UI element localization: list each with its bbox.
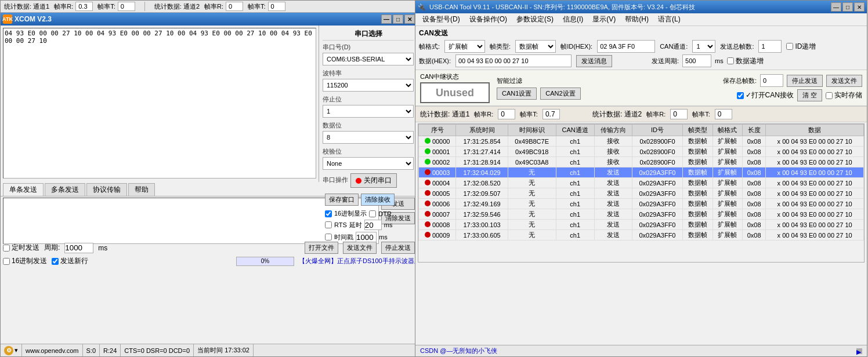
menu-params[interactable]: 参数设定(S) — [512, 13, 558, 26]
menu-device-op[interactable]: 设备操作(O) — [465, 13, 512, 26]
menu-device-type[interactable]: 设备型号(D) — [418, 13, 465, 26]
tab-help[interactable]: 帮助 — [128, 183, 155, 196]
hex-display-checkbox[interactable] — [325, 210, 332, 217]
can2-settings-btn[interactable]: CAN2设置 — [540, 88, 580, 100]
cell-data: x 00 04 93 E0 00 00 27 10 — [766, 178, 864, 188]
serial-check-label: 校验位 — [323, 147, 414, 156]
serial-baud-select[interactable]: 115200 — [323, 79, 414, 92]
menu-info[interactable]: 信息(I) — [558, 13, 588, 26]
menu-help[interactable]: 帮助(H) — [620, 13, 653, 26]
menu-language[interactable]: 语言(L) — [653, 13, 685, 26]
tab-multi-send[interactable]: 多条发送 — [45, 183, 85, 196]
menu-display[interactable]: 显示(V) — [588, 13, 620, 26]
usbcan-maximize-btn[interactable]: □ — [842, 2, 853, 12]
serial-clear-btn[interactable]: 清除接收 — [361, 194, 395, 206]
tab-single-send[interactable]: 单条发送 — [3, 183, 44, 196]
cell-time-id: 无 — [508, 178, 556, 188]
cell-data: x 00 04 93 E0 00 00 27 10 — [766, 199, 864, 209]
table-row[interactable]: 00006 17:32:49.169 无 ch1 发送 0x029A3FF0 数… — [419, 199, 864, 209]
xcom-maximize-btn[interactable]: □ — [393, 14, 403, 24]
delay-input[interactable] — [364, 220, 382, 230]
timestamp-ms: ms — [379, 234, 388, 241]
send-file-btn2[interactable]: 发送文件 — [826, 75, 862, 87]
save-total-input[interactable] — [760, 74, 783, 87]
table-row[interactable]: 00004 17:32:08.520 无 ch1 发送 0x029A3FF0 数… — [419, 178, 864, 188]
footer-text: CSDN @—无所知的小飞侠 — [420, 347, 497, 355]
open-can-receive-checkbox[interactable] — [737, 92, 744, 99]
send-period-label: 发送周期: — [652, 57, 679, 65]
cell-channel: ch1 — [556, 157, 594, 167]
table-row[interactable]: 00001 17:31:27.414 0x49BC918 ch1 接收 0x02… — [419, 147, 864, 157]
send-ms-label: ms — [715, 57, 724, 64]
can1-settings-btn[interactable]: CAN1设置 — [497, 88, 537, 100]
xcom-log-area: 04 93 E0 00 00 27 10 00 04 93 E0 00 00 2… — [3, 28, 316, 178]
filter-settings-block: 智能过滤 CAN1设置 CAN2设置 — [497, 76, 581, 100]
save-total-row: 保存总帧数: 停止发送 发送文件 — [723, 74, 862, 87]
serial-data-select[interactable]: 8 — [323, 131, 414, 144]
data-label: 数据(HEX): — [419, 57, 451, 65]
scroll-right-btn[interactable]: ▶ — [856, 348, 862, 354]
channel-select[interactable]: 1 — [692, 40, 715, 53]
clear-btn[interactable]: 清 空 — [797, 89, 822, 101]
xcom-minimize-btn[interactable]: — — [381, 14, 392, 24]
period-label: 周期: — [44, 243, 60, 253]
cell-length: 0x08 — [743, 188, 766, 199]
can-stats1-fr-label: 帧率R: — [474, 110, 493, 119]
xcom-stats2-ft-value: 0 — [268, 2, 285, 11]
timestamp-checkbox[interactable] — [325, 234, 332, 241]
realtime-save-checkbox[interactable] — [826, 92, 833, 99]
hex-send-label: 16进制发送 — [12, 256, 47, 266]
timer-send-checkbox[interactable] — [3, 245, 10, 252]
send-newline-checkbox[interactable] — [52, 258, 59, 265]
table-row[interactable]: 00000 17:31:25.854 0x49B8C7E ch1 接收 0x02… — [419, 136, 864, 147]
timestamp-input[interactable] — [356, 232, 377, 242]
send-msg-btn[interactable]: 发送消息 — [576, 55, 612, 67]
intelligent-filter-label: 智能过滤 — [497, 76, 581, 85]
cell-id: 0x029A3FF0 — [632, 230, 683, 241]
table-row[interactable]: 00005 17:32:09.507 无 ch1 发送 0x029A3FF0 数… — [419, 188, 864, 199]
send-newline-item: 发送新行 — [52, 256, 88, 266]
stop-send-btn2[interactable]: 停止发送 — [787, 75, 823, 87]
send-period-input[interactable] — [682, 54, 711, 67]
xcom-close-btn[interactable]: ✕ — [404, 14, 415, 24]
table-row[interactable]: 00009 17:33:00.605 无 ch1 发送 0x029A3FF0 数… — [419, 230, 864, 241]
period-input[interactable] — [64, 243, 93, 253]
serial-dialog: 串口选择 串口号(D) COM6:USB-SERIAL 波特率 115200 — [319, 26, 417, 182]
cell-channel: ch1 — [556, 199, 594, 209]
xcom-stats2-fr-label: 帧率R: — [204, 2, 223, 11]
frame-format-select[interactable]: 扩展帧 — [444, 40, 485, 53]
serial-stop-select[interactable]: 1 — [323, 105, 414, 118]
table-row[interactable]: 00002 17:31:28.914 0x49C03A8 ch1 接收 0x02… — [419, 157, 864, 167]
tab-protocol[interactable]: 协议传输 — [86, 183, 127, 196]
usbcan-minimize-btn[interactable]: — — [831, 2, 841, 12]
data-increment-checkbox[interactable] — [727, 57, 734, 64]
cell-frame-type: 数据帧 — [683, 188, 713, 199]
serial-port-select[interactable]: COM6:USB-SERIAL — [323, 53, 414, 65]
total-frames-input[interactable] — [758, 40, 782, 53]
serial-check-select[interactable]: None — [323, 157, 414, 170]
serial-close-port-btn[interactable]: 关闭串口 — [350, 173, 397, 188]
dtr-checkbox[interactable] — [369, 210, 376, 217]
frame-type-select[interactable]: 数据帧 — [515, 40, 556, 53]
table-row[interactable]: 00007 17:32:59.546 无 ch1 发送 0x029A3FF0 数… — [419, 209, 864, 220]
cell-data: x 00 04 93 E0 00 00 27 10 — [766, 157, 864, 167]
can-stats2-section: 统计数据: 通道2 帧率R: 0 帧率T: 0 — [592, 109, 732, 119]
cell-time-id: 无 — [508, 209, 556, 220]
cell-direction: 发送 — [594, 199, 632, 209]
usbcan-close-btn[interactable]: ✕ — [854, 2, 865, 12]
th-frame-type: 帧类型 — [683, 125, 713, 136]
id-input[interactable] — [597, 40, 655, 53]
rts-checkbox[interactable] — [325, 221, 332, 228]
serial-save-btn[interactable]: 保存窗口 — [325, 194, 359, 206]
table-header-row: 序号 系统时间 时间标识 CAN通道 传输方向 ID号 帧类型 帧格式 长度 数… — [419, 125, 864, 136]
data-input[interactable] — [455, 54, 572, 67]
usbcan-titlebar: 🔌 USB-CAN Tool V9.11 - USBCAN-II - SN:序列… — [415, 1, 867, 13]
id-increment-checkbox[interactable] — [786, 43, 793, 50]
xcom-stats2-fr: 帧率R: 0 — [204, 2, 243, 11]
table-row[interactable]: 00003 17:32:04.029 无 ch1 发送 0x029A3FF0 数… — [419, 167, 864, 178]
serial-data-label: 数据位 — [323, 121, 414, 130]
cell-time-id: 无 — [508, 167, 556, 178]
table-row[interactable]: 00008 17:33:00.103 无 ch1 发送 0x029A3FF0 数… — [419, 220, 864, 230]
hex-send-checkbox[interactable] — [3, 258, 10, 265]
rts-label: RTS — [334, 221, 347, 228]
